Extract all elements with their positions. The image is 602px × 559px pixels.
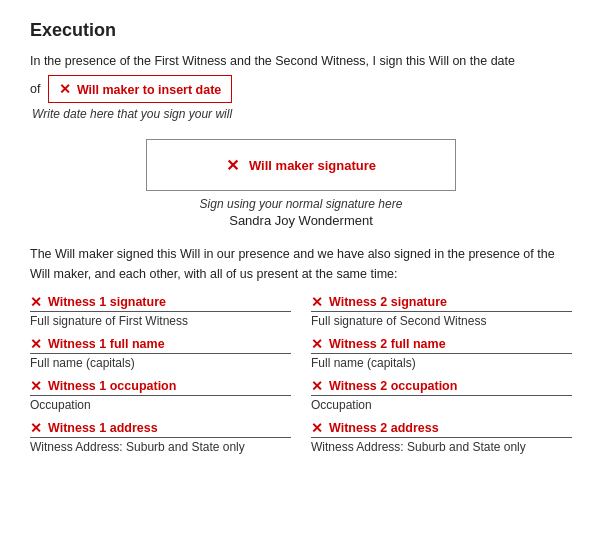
witness2-sig-x-icon: ✕ bbox=[311, 294, 323, 310]
witness1-addr-row: ✕ Witness 1 address Witness Address: Sub… bbox=[30, 420, 291, 454]
will-maker-sig-wrapper: ✕ Will maker signature bbox=[30, 139, 572, 191]
witness1-sig-underline bbox=[30, 310, 291, 312]
witness1-name-label-row: ✕ Witness 1 full name bbox=[30, 336, 291, 352]
witness-intro: The Will maker signed this Will in our p… bbox=[30, 244, 572, 284]
witness-columns: ✕ Witness 1 signature Full signature of … bbox=[30, 294, 572, 462]
witness1-occ-x-icon: ✕ bbox=[30, 378, 42, 394]
witness2-sig-label: Witness 2 signature bbox=[329, 295, 447, 309]
witness2-column: ✕ Witness 2 signature Full signature of … bbox=[311, 294, 572, 462]
witness2-name-label-row: ✕ Witness 2 full name bbox=[311, 336, 572, 352]
intro-line2: of ✕Will maker to insert date bbox=[30, 75, 572, 103]
witness1-occ-caption: Occupation bbox=[30, 398, 291, 412]
witness1-sig-x-icon: ✕ bbox=[30, 294, 42, 310]
witness2-addr-underline bbox=[311, 436, 572, 438]
witness2-addr-label-row: ✕ Witness 2 address bbox=[311, 420, 572, 436]
witness2-addr-label: Witness 2 address bbox=[329, 421, 439, 435]
page-title: Execution bbox=[30, 20, 572, 41]
witness2-name-x-icon: ✕ bbox=[311, 336, 323, 352]
witness1-occ-label-row: ✕ Witness 1 occupation bbox=[30, 378, 291, 394]
witness1-sig-label-row: ✕ Witness 1 signature bbox=[30, 294, 291, 310]
witness1-occ-label: Witness 1 occupation bbox=[48, 379, 176, 393]
witness1-name-row: ✕ Witness 1 full name Full name (capital… bbox=[30, 336, 291, 370]
witness1-addr-underline bbox=[30, 436, 291, 438]
witness2-name-underline bbox=[311, 352, 572, 354]
witness1-occ-row: ✕ Witness 1 occupation Occupation bbox=[30, 378, 291, 412]
witness2-occ-label: Witness 2 occupation bbox=[329, 379, 457, 393]
witness1-name-label: Witness 1 full name bbox=[48, 337, 165, 351]
will-maker-sig-label: Will maker signature bbox=[249, 158, 376, 173]
witness2-sig-label-row: ✕ Witness 2 signature bbox=[311, 294, 572, 310]
will-maker-sig-hint: Sign using your normal signature here bbox=[30, 197, 572, 211]
intro-prefix: of bbox=[30, 82, 40, 96]
witness1-addr-x-icon: ✕ bbox=[30, 420, 42, 436]
date-hint: Write date here that you sign your will bbox=[32, 107, 572, 121]
witness1-addr-caption: Witness Address: Suburb and State only bbox=[30, 440, 291, 454]
witness2-addr-row: ✕ Witness 2 address Witness Address: Sub… bbox=[311, 420, 572, 454]
witness2-addr-x-icon: ✕ bbox=[311, 420, 323, 436]
witness1-name-caption: Full name (capitals) bbox=[30, 356, 291, 370]
witness1-sig-label: Witness 1 signature bbox=[48, 295, 166, 309]
witness1-addr-label-row: ✕ Witness 1 address bbox=[30, 420, 291, 436]
witness2-occ-row: ✕ Witness 2 occupation Occupation bbox=[311, 378, 572, 412]
date-field-box[interactable]: ✕Will maker to insert date bbox=[48, 75, 232, 103]
will-maker-x-icon: ✕ bbox=[226, 156, 239, 175]
witness1-sig-row: ✕ Witness 1 signature Full signature of … bbox=[30, 294, 291, 328]
witness1-occ-underline bbox=[30, 394, 291, 396]
witness1-addr-label: Witness 1 address bbox=[48, 421, 158, 435]
witness2-sig-caption: Full signature of Second Witness bbox=[311, 314, 572, 328]
witness2-addr-caption: Witness Address: Suburb and State only bbox=[311, 440, 572, 454]
witness2-occ-label-row: ✕ Witness 2 occupation bbox=[311, 378, 572, 394]
witness2-sig-underline bbox=[311, 310, 572, 312]
witness2-name-label: Witness 2 full name bbox=[329, 337, 446, 351]
witness1-column: ✕ Witness 1 signature Full signature of … bbox=[30, 294, 291, 462]
witness2-occ-underline bbox=[311, 394, 572, 396]
witness2-sig-row: ✕ Witness 2 signature Full signature of … bbox=[311, 294, 572, 328]
will-maker-name: Sandra Joy Wonderment bbox=[30, 213, 572, 228]
witness2-name-row: ✕ Witness 2 full name Full name (capital… bbox=[311, 336, 572, 370]
witness2-occ-x-icon: ✕ bbox=[311, 378, 323, 394]
date-field-label: Will maker to insert date bbox=[77, 83, 221, 97]
witness2-name-caption: Full name (capitals) bbox=[311, 356, 572, 370]
will-maker-sig-box[interactable]: ✕ Will maker signature bbox=[146, 139, 456, 191]
witness1-name-underline bbox=[30, 352, 291, 354]
intro-line1: In the presence of the First Witness and… bbox=[30, 51, 572, 71]
witness1-sig-caption: Full signature of First Witness bbox=[30, 314, 291, 328]
date-x-icon: ✕ bbox=[59, 81, 71, 97]
witness2-occ-caption: Occupation bbox=[311, 398, 572, 412]
witness1-name-x-icon: ✕ bbox=[30, 336, 42, 352]
